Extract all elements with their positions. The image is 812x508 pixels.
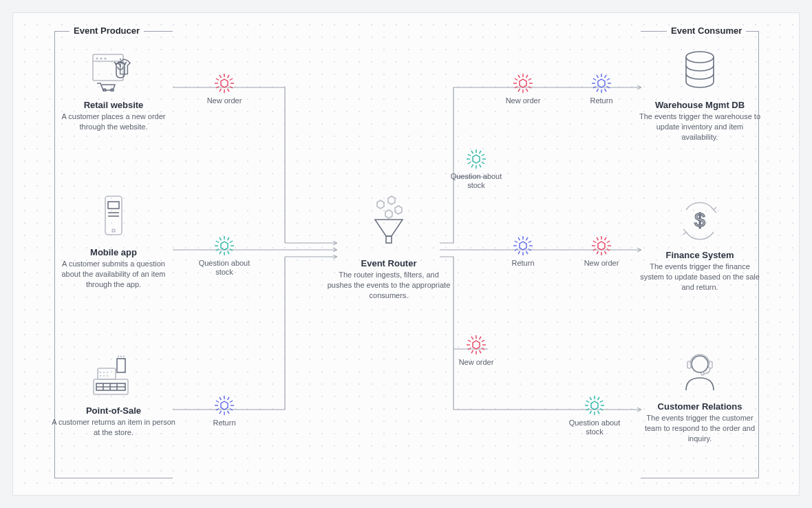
event-label: New order — [506, 96, 541, 105]
svg-line-94 — [605, 89, 607, 92]
svg-line-139 — [597, 237, 599, 240]
point-of-sale-icon — [52, 352, 175, 401]
consumer-warehouse-desc: The events trigger the warehouse to upda… — [638, 112, 762, 142]
svg-line-57 — [220, 251, 222, 254]
svg-line-81 — [526, 89, 528, 92]
svg-line-132 — [607, 249, 610, 251]
svg-line-67 — [230, 409, 233, 411]
burst-icon — [590, 235, 612, 257]
consumer-finance-title: Finance System — [638, 250, 762, 260]
consumer-cr: Customer Relations The events trigger th… — [638, 348, 762, 444]
svg-point-15 — [100, 372, 101, 373]
svg-marker-117 — [520, 242, 526, 250]
event-new-order-w: New order — [492, 72, 554, 105]
consumer-finance-desc: The events trigger the finance system to… — [638, 262, 762, 293]
diagram-canvas: Event Producer Event Consumer — [12, 12, 800, 496]
svg-line-63 — [228, 237, 230, 240]
event-label: New order — [207, 96, 242, 105]
svg-line-51 — [230, 78, 233, 81]
svg-line-136 — [593, 249, 596, 251]
svg-line-86 — [515, 78, 517, 81]
producer-pos-title: Point-of-Sale — [52, 405, 175, 416]
svg-line-162 — [586, 409, 589, 411]
svg-line-155 — [482, 340, 484, 342]
svg-line-133 — [605, 251, 607, 254]
svg-line-71 — [216, 409, 219, 411]
svg-line-142 — [607, 241, 610, 243]
event-question-cr: Question about stock — [564, 394, 626, 437]
svg-point-3 — [104, 57, 106, 59]
svg-text:$: $ — [694, 209, 705, 231]
svg-line-116 — [482, 154, 484, 156]
svg-rect-21 — [117, 359, 125, 372]
svg-line-138 — [593, 241, 596, 243]
svg-point-16 — [103, 372, 105, 373]
svg-point-33 — [686, 52, 714, 63]
svg-rect-36 — [687, 361, 691, 368]
burst-icon — [213, 394, 235, 416]
consumer-warehouse: Warehouse Mgmt DB The events trigger the… — [638, 46, 762, 142]
svg-line-70 — [220, 411, 222, 414]
producer-mobile-title: Mobile app — [52, 247, 175, 257]
svg-line-83 — [518, 89, 520, 92]
svg-point-20 — [107, 375, 108, 377]
svg-point-19 — [103, 375, 105, 377]
finance-icon: $ — [638, 196, 762, 246]
svg-line-161 — [590, 411, 592, 414]
burst-icon — [213, 72, 235, 94]
svg-line-135 — [597, 251, 599, 254]
svg-point-1 — [96, 57, 98, 59]
svg-line-74 — [220, 397, 222, 400]
consumer-cr-title: Customer Relations — [638, 401, 762, 412]
event-label: Return — [590, 96, 612, 105]
svg-line-149 — [468, 348, 471, 350]
svg-line-42 — [228, 89, 230, 92]
svg-marker-156 — [591, 401, 598, 410]
svg-line-107 — [480, 165, 482, 167]
svg-line-119 — [528, 249, 531, 251]
svg-line-100 — [597, 75, 599, 78]
svg-line-110 — [468, 162, 471, 165]
burst-icon — [465, 148, 487, 170]
svg-line-165 — [590, 397, 592, 400]
event-label: Question about stock — [451, 172, 502, 189]
svg-line-113 — [471, 151, 473, 154]
svg-marker-143 — [473, 341, 480, 349]
svg-marker-29 — [377, 200, 384, 209]
svg-line-115 — [480, 151, 482, 154]
svg-line-41 — [230, 87, 233, 89]
svg-line-68 — [228, 411, 230, 414]
svg-point-17 — [107, 372, 108, 373]
svg-marker-32 — [395, 206, 402, 214]
svg-line-112 — [468, 154, 471, 156]
svg-line-145 — [482, 348, 484, 350]
event-label: Question about stock — [199, 259, 250, 276]
event-label: Return — [213, 419, 235, 427]
svg-rect-14 — [98, 368, 116, 379]
svg-line-50 — [228, 75, 230, 78]
svg-marker-39 — [221, 79, 228, 87]
burst-icon — [584, 394, 606, 416]
consumer-finance: $ Finance System The events trigger the … — [638, 196, 762, 293]
event-return-w: Return — [570, 72, 632, 105]
event-router: Event Router The router ingests, filters… — [327, 195, 451, 301]
database-icon — [638, 46, 762, 96]
svg-line-128 — [526, 237, 528, 240]
event-router-icon — [327, 195, 451, 254]
svg-line-106 — [482, 162, 484, 165]
svg-marker-104 — [473, 155, 480, 163]
svg-line-44 — [220, 89, 222, 92]
svg-line-80 — [528, 87, 531, 89]
svg-line-158 — [600, 409, 603, 411]
svg-line-73 — [216, 401, 219, 403]
event-router-title: Event Router — [327, 258, 451, 268]
event-router-desc: The router ingests, filters, and pushes … — [327, 270, 451, 301]
event-new-order-f: New order — [570, 235, 632, 268]
svg-line-93 — [607, 87, 610, 89]
svg-marker-91 — [598, 79, 605, 87]
svg-line-58 — [216, 249, 219, 251]
svg-line-164 — [586, 401, 589, 403]
event-new-order-p: New order — [193, 72, 255, 105]
svg-point-38 — [701, 372, 704, 375]
event-label: New order — [584, 259, 619, 267]
